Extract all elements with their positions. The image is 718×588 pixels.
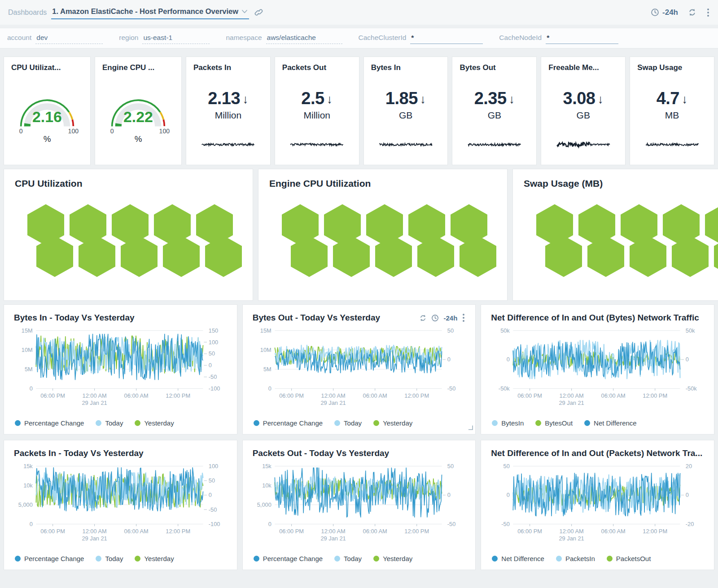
legend-item[interactable]: Percentage Change [254, 419, 323, 427]
kpi-title: CPU Utilizat... [11, 63, 83, 72]
line-chart: 15M10M5M0150100500-50-10006:00 PM12:00 A… [14, 326, 227, 412]
legend-item[interactable]: Percentage Change [254, 555, 323, 562]
kpi-title: Swap Usage [637, 63, 707, 72]
legend-item[interactable]: Percentage Change [15, 419, 84, 427]
svg-text:2.22: 2.22 [123, 108, 153, 125]
filter-label: account [7, 34, 31, 42]
svg-text:12:00 PM: 12:00 PM [404, 528, 429, 535]
legend-item[interactable]: PacketsIn [556, 555, 595, 562]
honeycomb-panel: Swap Usage (MB) [512, 169, 718, 301]
svg-text:0: 0 [30, 521, 33, 527]
svg-text:0: 0 [19, 127, 23, 135]
panel-title: CPU Utilization [15, 178, 242, 189]
kebab-menu-icon[interactable] [462, 313, 465, 323]
svg-text:50: 50 [209, 350, 215, 357]
legend-item[interactable]: BytesIn [492, 419, 524, 427]
legend-dot [556, 556, 562, 562]
kpi-title: Packets In [193, 63, 263, 72]
chart-title: Net Difference of In and Out (Bytes) Net… [491, 313, 699, 323]
chart-legend: Net DifferencePacketsInPacketsOut [491, 553, 704, 565]
legend-label: Yesterday [144, 555, 174, 562]
svg-text:0: 0 [507, 491, 510, 498]
stat-kpi-card: Packets Out 2.5 ↓ Million [275, 57, 359, 165]
svg-text:5,000: 5,000 [18, 501, 33, 508]
legend-item[interactable]: Net Difference [584, 419, 637, 427]
honeycomb-panel: CPU Utilization [4, 169, 253, 301]
svg-text:100: 100 [68, 127, 79, 135]
legend-label: Yesterday [144, 419, 174, 427]
line-chart: 500-50200-2006:00 PM12:00 AM29 Jan 2106:… [491, 462, 704, 547]
legend-label: Net Difference [594, 419, 637, 427]
filter-bar: account dev region us-east-1 namespace a… [0, 28, 718, 48]
sparkline [200, 140, 256, 149]
filter-value-cachenodeid[interactable]: * [546, 33, 618, 44]
chart-legend: Percentage ChangeTodayYesterday [14, 553, 227, 565]
legend-item[interactable]: Today [96, 555, 123, 562]
legend-label: Today [344, 555, 362, 562]
filter-label: region [119, 34, 138, 42]
gauge-kpi-card: CPU Utilizat... 2.160100% [4, 57, 91, 165]
svg-text:0: 0 [268, 385, 271, 392]
sparkline [467, 140, 522, 149]
svg-text:06:00 PM: 06:00 PM [40, 392, 65, 399]
filter-label: CacheNodeId [499, 34, 542, 42]
svg-text:10M: 10M [260, 347, 271, 353]
legend-item[interactable]: Yesterday [373, 419, 412, 427]
legend-dot [96, 556, 101, 562]
chart-panel-bytes-in-today-vs-yesterday: Bytes In - Today Vs Yesterday 15M10M5M01… [4, 304, 237, 434]
kpi-title: Freeable Me... [548, 63, 618, 72]
legend-item[interactable]: Today [96, 419, 123, 427]
legend-item[interactable]: Net Difference [492, 555, 544, 562]
kpi-unit: GB [399, 110, 412, 121]
charts-row-1: Bytes In - Today Vs Yesterday 15M10M5M01… [4, 304, 714, 434]
stat-kpi-card: Bytes Out 2.35 ↓ GB [452, 57, 537, 165]
chevron-down-icon[interactable] [242, 10, 247, 13]
filter-value-region[interactable]: us-east-1 [142, 33, 210, 44]
trend-down-icon: ↓ [242, 92, 249, 106]
refresh-icon[interactable] [688, 8, 696, 17]
svg-text:06:00 PM: 06:00 PM [40, 528, 65, 535]
legend-item[interactable]: Today [334, 555, 362, 562]
time-range-button[interactable]: -24h [651, 8, 678, 17]
kpi-row: CPU Utilizat... 2.160100% Engine CPU ...… [4, 57, 714, 165]
panel-time-range[interactable]: -24h [443, 314, 457, 322]
filter-value-account[interactable]: dev [35, 33, 103, 44]
legend-item[interactable]: BytesOut [535, 419, 573, 427]
legend-label: Percentage Change [263, 555, 323, 562]
kebab-menu-icon[interactable] [706, 8, 710, 18]
kpi-unit: GB [577, 110, 590, 121]
kpi-value: 2.13 [208, 89, 240, 108]
svg-text:0: 0 [507, 356, 510, 363]
legend-label: Yesterday [383, 419, 412, 427]
legend-item[interactable]: Yesterday [135, 555, 174, 562]
legend-label: Today [105, 419, 123, 427]
legend-dot [373, 420, 379, 426]
filter-value-namespace[interactable]: aws/elasticache [266, 33, 342, 44]
svg-text:100: 100 [209, 339, 218, 346]
legend-item[interactable]: Yesterday [373, 555, 412, 562]
link-icon[interactable] [254, 8, 263, 17]
dashboard-title-wrap[interactable]: 1. Amazon ElastiCache - Host Performance… [51, 5, 249, 19]
refresh-icon[interactable] [419, 314, 427, 322]
breadcrumb[interactable]: Dashboards [8, 9, 47, 17]
clock-icon[interactable] [431, 314, 439, 322]
svg-text:29 Jan 21: 29 Jan 21 [320, 535, 346, 542]
svg-text:-50: -50 [502, 521, 510, 527]
line-chart: 50k0-50k50k0-50k06:00 PM12:00 AM29 Jan 2… [491, 326, 704, 412]
legend-item[interactable]: PacketsOut [607, 555, 651, 562]
kpi-value: 4.7 [657, 89, 679, 108]
svg-text:-50k: -50k [686, 385, 697, 392]
resize-handle[interactable] [468, 424, 473, 432]
svg-text:50k: 50k [686, 327, 695, 334]
trend-down-icon: ↓ [682, 92, 688, 106]
legend-dot [334, 420, 340, 426]
panel-title: Engine CPU Utilization [269, 178, 496, 189]
legend-item[interactable]: Percentage Change [15, 555, 84, 562]
legend-item[interactable]: Yesterday [135, 419, 174, 427]
filter-value-cacheclusterid[interactable]: * [410, 33, 483, 44]
legend-dot [607, 556, 613, 562]
chart-legend: Percentage ChangeTodayYesterday [14, 417, 227, 430]
sparkline [289, 140, 345, 149]
legend-item[interactable]: Today [334, 419, 362, 427]
svg-text:%: % [44, 134, 51, 143]
